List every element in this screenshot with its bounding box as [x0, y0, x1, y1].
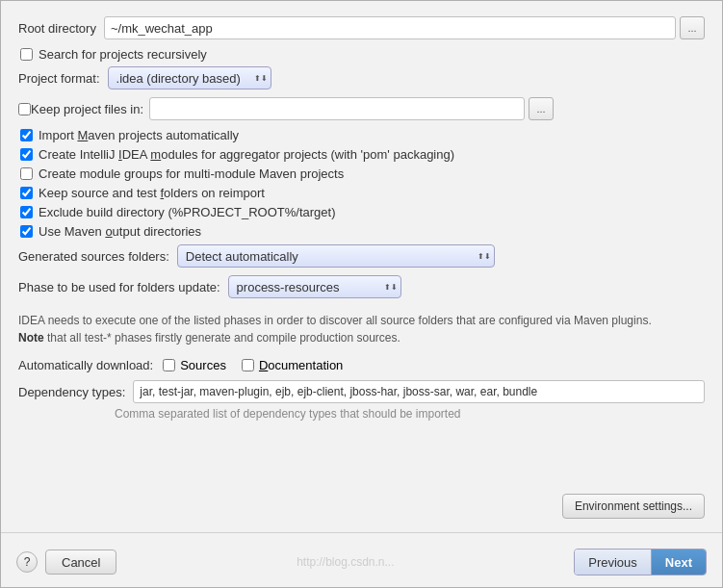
footer-center: http://blog.csdn.n... [285, 555, 405, 569]
nav-button-group: Previous Next [574, 549, 707, 575]
generated-sources-select[interactable]: Detect automatically [177, 244, 495, 268]
checkbox-row-4: Keep source and test folders on reimport [18, 186, 705, 200]
dependency-types-label: Dependency types: [18, 385, 125, 399]
generated-sources-row: Generated sources folders: Detect automa… [18, 244, 705, 268]
note-bold: Note that all test-* phases firstly gene… [18, 331, 400, 345]
previous-button[interactable]: Previous [575, 550, 652, 575]
note-text: IDEA needs to execute one of the listed … [18, 314, 652, 327]
search-recursively-label[interactable]: Search for projects recursively [39, 47, 207, 62]
auto-download-row: Automatically download: Sources Document… [18, 358, 705, 372]
create-intellij-modules-label[interactable]: Create IntelliJ IDEA modules for aggrega… [39, 147, 454, 162]
keep-project-files-label[interactable]: Keep project files in: [31, 102, 143, 116]
search-recursively-checkbox[interactable] [20, 48, 33, 61]
create-intellij-modules-checkbox[interactable] [20, 148, 33, 161]
keep-project-files-browse-button[interactable]: ... [529, 97, 554, 120]
documentation-checkbox[interactable] [242, 359, 254, 371]
generated-sources-label: Generated sources folders: [18, 249, 169, 264]
sources-checkbox[interactable] [163, 359, 175, 371]
generated-sources-select-wrapper: Detect automatically [177, 244, 495, 268]
phase-label: Phase to be used for folders update: [18, 280, 220, 294]
sources-checkbox-label[interactable]: Sources [180, 358, 226, 372]
phase-row: Phase to be used for folders update: pro… [18, 275, 705, 298]
dependency-types-input[interactable] [133, 380, 705, 403]
create-module-groups-checkbox[interactable] [20, 167, 33, 180]
import-maven-label[interactable]: Import Maven projects automatically [39, 128, 239, 142]
dialog-footer: ? Cancel http://blog.csdn.n... Previous … [1, 541, 722, 587]
note-block: IDEA needs to execute one of the listed … [18, 306, 705, 352]
keep-project-files-row: Keep project files in: ... [18, 97, 705, 120]
footer-left: ? Cancel [16, 550, 116, 575]
env-settings-area: Environment settings... [1, 494, 722, 524]
checkbox-row-5: Exclude build directory (%PROJECT_ROOT%/… [18, 205, 705, 219]
checkbox-row-6: Use Maven output directories [18, 224, 705, 239]
exclude-build-dir-label[interactable]: Exclude build directory (%PROJECT_ROOT%/… [39, 205, 335, 219]
phase-select-wrapper: process-resources [228, 275, 401, 298]
root-directory-label: Root directory [18, 21, 96, 36]
search-recursively-row: Search for projects recursively [18, 47, 705, 62]
next-button[interactable]: Next [652, 550, 706, 575]
project-format-select-wrapper: .idea (directory based) [108, 66, 271, 89]
checkbox-row-2: Create IntelliJ IDEA modules for aggrega… [18, 147, 705, 162]
create-module-groups-label[interactable]: Create module groups for multi-module Ma… [39, 166, 344, 181]
keep-project-files-checkbox[interactable] [18, 103, 31, 115]
root-directory-input[interactable] [104, 16, 676, 39]
phase-select[interactable]: process-resources [228, 275, 401, 298]
maven-settings-dialog: Root directory ... Search for projects r… [0, 0, 723, 588]
help-button[interactable]: ? [16, 551, 38, 573]
project-format-label: Project format: [18, 71, 100, 86]
auto-download-label: Automatically download: [18, 358, 153, 372]
project-format-row: Project format: .idea (directory based) [18, 66, 705, 89]
footer-separator [1, 532, 722, 533]
sources-checkbox-group: Sources [163, 358, 226, 372]
checkbox-row-3: Create module groups for multi-module Ma… [18, 166, 705, 181]
project-format-select[interactable]: .idea (directory based) [108, 66, 271, 89]
exclude-build-dir-checkbox[interactable] [20, 206, 33, 218]
dialog-content: Root directory ... Search for projects r… [1, 1, 722, 494]
watermark-text: http://blog.csdn.n... [297, 555, 394, 569]
dependency-hint: Comma separated list of dependency types… [18, 407, 705, 421]
use-maven-output-label[interactable]: Use Maven output directories [39, 224, 201, 239]
keep-source-folders-checkbox[interactable] [20, 187, 33, 199]
dependency-types-row: Dependency types: [18, 380, 705, 403]
cancel-button[interactable]: Cancel [45, 550, 116, 575]
import-maven-checkbox[interactable] [20, 129, 33, 141]
use-maven-output-checkbox[interactable] [20, 225, 33, 238]
env-settings-button[interactable]: Environment settings... [562, 494, 705, 519]
root-directory-row: Root directory ... [18, 16, 705, 39]
root-directory-browse-button[interactable]: ... [680, 16, 705, 39]
keep-project-files-input[interactable] [149, 97, 525, 120]
checkbox-row-1: Import Maven projects automatically [18, 128, 705, 142]
documentation-checkbox-group: Documentation [242, 358, 343, 372]
footer-right: Previous Next [574, 549, 707, 575]
keep-source-folders-label[interactable]: Keep source and test folders on reimport [39, 186, 265, 200]
documentation-checkbox-label[interactable]: Documentation [259, 358, 343, 372]
